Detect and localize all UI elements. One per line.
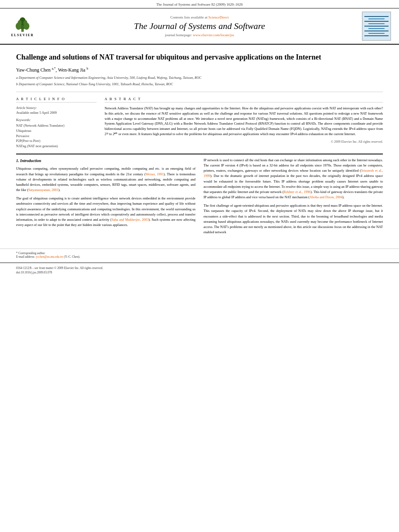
sciencedirect-link[interactable]: ScienceDirect (208, 15, 228, 19)
ref-weiser: Weiser, 1991 (146, 172, 164, 176)
svg-point-5 (18, 20, 22, 26)
keyword-4: P2P(Peer to Peer) (16, 138, 97, 144)
email-note: E-mail address: ycchen@us.ntu.edu.tw (Y.… (16, 255, 383, 259)
journal-citation: The Journal of Systems and Software 82 (… (156, 2, 243, 6)
divider-1 (16, 92, 383, 92)
elsevier-logo-left: ELSEVIER (6, 16, 39, 37)
elsevier-label: ELSEVIER (11, 33, 34, 37)
sciencedirect-line: Contents lists available at ScienceDirec… (39, 15, 360, 19)
ref-rekhter: Rekhter et al., 1996 (284, 190, 311, 194)
author-names: Yaw-Chung Chen a,*, Wen-Kang Jia b (16, 67, 88, 73)
keywords-list: NAT (Network Address Translator) Ubiquit… (16, 123, 97, 149)
svg-point-6 (23, 20, 27, 26)
ref-satya: Satyanarayanan, 2001 (28, 188, 58, 192)
journal-thumbnail (362, 12, 391, 41)
journal-header: ELSEVIER Contents lists available at Sci… (0, 8, 399, 45)
keyword-1: NAT (Network Address Translator) (16, 123, 97, 128)
top-bar: The Journal of Systems and Software 82 (… (0, 0, 399, 8)
keywords-label: Keywords: (16, 118, 97, 122)
ref-aboba: Aboba and Dixon, 2004 (310, 195, 343, 199)
email-name: (Y.-C. Chen). (64, 255, 80, 259)
keyword-5: NATng (NAT next generation) (16, 144, 97, 149)
author-email: ycchen@us.ntu.edu.tw (36, 255, 63, 259)
article-info-col: A R T I C L E I N F O Article history: A… (16, 97, 97, 149)
journal-homepage: journal homepage: www.elsevier.com/locat… (39, 33, 360, 37)
journal-center: Contents lists available at ScienceDirec… (39, 15, 360, 37)
right-para-2: The first challenge of agent-oriented ub… (204, 203, 383, 235)
affiliation-a: a Department of Computer Science and Inf… (16, 76, 383, 80)
ref-srisuresh: Srisuresh et al., 1999 (204, 168, 383, 178)
footnote-area: * Corresponding author. E-mail address: … (0, 249, 399, 259)
info-abstract-section: A R T I C L E I N F O Article history: A… (16, 97, 383, 149)
journal-logo-right (360, 12, 393, 41)
divider-2 (16, 154, 383, 154)
footer: 0164-1212/$ – see front matter © 2009 El… (0, 263, 399, 277)
article-title: Challenge and solutions of NAT traversal… (16, 53, 383, 62)
available-online: Available online 5 April 2009 (16, 111, 97, 115)
footer-line-2: doi:10.1016/j.jss.2009.03.078 (16, 271, 383, 274)
intro-para-1: Ubiquitous computing, often synonymously… (16, 166, 195, 193)
right-para-1: IP network is used to connect all the en… (204, 158, 383, 200)
article-info-heading: A R T I C L E I N F O (16, 97, 97, 103)
abstract-heading: A B S T R A C T (105, 97, 383, 103)
affiliation-b: b Department of Computer Science, Nation… (16, 82, 383, 87)
intro-heading: 1. Introduction (16, 158, 195, 164)
ref-saha: Saha and Mukherjee, 2003 (111, 218, 148, 222)
abstract-col: A B S T R A C T Network Address Translat… (105, 97, 383, 149)
keyword-3: Pervasive (16, 134, 97, 139)
abstract-text: Network Address Translator (NAT) has bro… (105, 106, 383, 137)
main-content: Challenge and solutions of NAT traversal… (0, 45, 399, 246)
keyword-2: Ubiquitous (16, 128, 97, 134)
intro-para-2: The goal of ubiquitous computing is to c… (16, 196, 195, 228)
corresponding-note: * Corresponding author. (16, 251, 383, 255)
copyright-line: © 2009 Elsevier Inc. All rights reserved… (105, 140, 383, 144)
elsevier-tree-icon (12, 16, 33, 33)
body-section: 1. Introduction Ubiquitous computing, of… (16, 158, 383, 238)
body-col-left: 1. Introduction Ubiquitous computing, of… (16, 158, 195, 238)
history-label: Article history: (16, 106, 97, 110)
journal-title: The Journal of Systems and Software (39, 21, 360, 31)
body-col-right: IP network is used to connect all the en… (204, 158, 383, 238)
footer-line-1: 0164-1212/$ – see front matter © 2009 El… (16, 266, 383, 270)
authors-line: Yaw-Chung Chen a,*, Wen-Kang Jia b (16, 67, 383, 73)
